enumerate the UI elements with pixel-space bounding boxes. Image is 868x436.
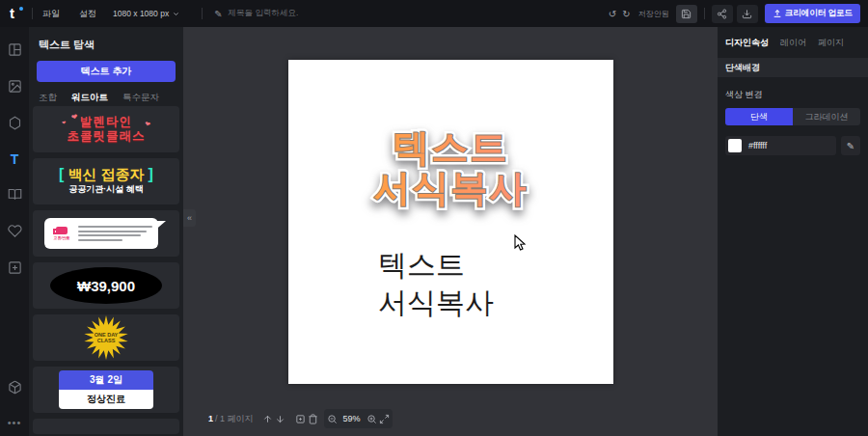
- download-icon: [742, 9, 752, 19]
- top-bar: t 파일 설정 1080 x 1080 px ✎ 제목을 입력하세요. ↺ ↻ …: [0, 0, 868, 27]
- download-button[interactable]: [737, 5, 758, 23]
- divider: [704, 8, 705, 19]
- book-icon[interactable]: [8, 187, 22, 202]
- heart-decoration: ❤: [62, 120, 67, 126]
- gift-box-icon[interactable]: [8, 380, 22, 395]
- tab-pages[interactable]: 페이지: [818, 37, 844, 49]
- speech-bubble: 교환/반품: [44, 218, 158, 249]
- eyedropper-button[interactable]: ✎: [841, 136, 860, 155]
- text-tool-icon[interactable]: T: [11, 152, 19, 167]
- color-swatch[interactable]: [728, 139, 742, 152]
- gradient-toggle[interactable]: 그라데이션: [793, 108, 860, 125]
- divider: [202, 8, 203, 19]
- panel-title: 텍스트 탐색: [29, 27, 183, 52]
- color-hex-input[interactable]: #ffffff: [725, 136, 836, 155]
- zoom-level[interactable]: 59%: [339, 414, 366, 423]
- tab-design-properties[interactable]: 디자인속성: [725, 37, 769, 49]
- page-up-button[interactable]: [261, 414, 274, 424]
- wordart-item-oneday[interactable]: ONE DAYCLASS: [33, 314, 179, 361]
- wordart-item-partial[interactable]: [33, 419, 179, 434]
- solid-toggle[interactable]: 단색: [725, 108, 793, 125]
- zoom-controls: 59%: [324, 409, 393, 428]
- ribbon-icon: [56, 227, 68, 234]
- color-change-label: 색상 변경: [718, 77, 868, 108]
- undo-icon[interactable]: ↺: [606, 9, 619, 19]
- tab-layers[interactable]: 레이어: [780, 37, 806, 49]
- title-placeholder[interactable]: 제목을 입력하세요.: [229, 8, 299, 19]
- menu-file[interactable]: 파일: [33, 8, 69, 20]
- zoom-out-button[interactable]: [326, 414, 339, 424]
- menu-settings[interactable]: 설정: [69, 8, 106, 20]
- upload-icon: [773, 9, 782, 18]
- share-icon: [717, 9, 727, 19]
- template-icon[interactable]: [8, 42, 22, 57]
- page-total: / 1 페이지: [215, 413, 254, 425]
- logo-dot: [19, 7, 23, 11]
- share-button[interactable]: [712, 5, 733, 23]
- add-text-button[interactable]: 텍스트 추가: [37, 61, 176, 82]
- page-current: 1: [208, 414, 213, 423]
- upload-file-icon[interactable]: [8, 260, 22, 275]
- zoom-out-icon: [327, 414, 338, 424]
- save-button[interactable]: [676, 5, 697, 23]
- design-canvas[interactable]: 텍스트텍스트텍스트 서식복사서식복사서식복사 텍스트 서식복사: [288, 60, 613, 384]
- page-down-button[interactable]: [274, 414, 286, 424]
- text-panel: 텍스트 탐색 텍스트 추가 조합 워드아트 특수문자 발렌타인초콜릿클래스 ❤ …: [29, 27, 183, 436]
- plain-text[interactable]: 텍스트 서식복사: [378, 246, 494, 321]
- more-menu-icon[interactable]: •••: [8, 417, 22, 428]
- fill-type-toggle: 단색 그라데이션: [725, 108, 860, 125]
- arrow-down-icon: [275, 414, 285, 424]
- mouse-cursor: [514, 234, 528, 252]
- edit-title-icon[interactable]: ✎: [214, 9, 222, 19]
- canvas-toolbar: 1 / 1 페이지 59%: [208, 409, 393, 428]
- section-solid-background: 단색배경: [718, 58, 868, 77]
- wordart-item-vaccine[interactable]: [백신 접종자] 공공기관·시설 혜택: [33, 158, 179, 204]
- zoom-in-button[interactable]: [366, 414, 378, 424]
- elements-icon[interactable]: [8, 116, 22, 130]
- wordart-item-schedule[interactable]: 3월 2일 정상진료: [33, 367, 179, 413]
- canvas-area: 텍스트텍스트텍스트 서식복사서식복사서식복사 텍스트 서식복사 1 / 1 페이…: [183, 27, 719, 436]
- photo-icon[interactable]: [8, 79, 22, 94]
- arrow-up-icon: [262, 414, 273, 424]
- delete-page-button[interactable]: [307, 414, 319, 424]
- redo-icon[interactable]: ↻: [619, 9, 633, 19]
- wordart-item-notice[interactable]: 교환/반품: [33, 210, 179, 257]
- add-page-button[interactable]: [294, 414, 307, 424]
- heart-icon[interactable]: [8, 224, 22, 238]
- add-page-icon: [295, 414, 306, 424]
- wordart-item-valentine[interactable]: 발렌타인초콜릿클래스 ❤ ❤ ❤: [33, 106, 179, 152]
- save-status: 저장안됨: [638, 9, 669, 19]
- chevron-down-icon: [173, 11, 179, 17]
- fit-screen-button[interactable]: [378, 414, 391, 424]
- wordart-text[interactable]: 텍스트텍스트텍스트 서식복사서식복사서식복사: [288, 127, 613, 208]
- wordart-item-price[interactable]: ₩39,900: [33, 262, 179, 309]
- app-logo[interactable]: t: [10, 4, 28, 23]
- trash-icon: [308, 414, 318, 424]
- zoom-in-icon: [366, 414, 377, 424]
- properties-panel: 디자인속성 레이어 페이지 단색배경 색상 변경 단색 그라데이션 #fffff…: [718, 27, 868, 436]
- creator-upload-button[interactable]: 크리에이터 업로드: [765, 4, 860, 23]
- heart-decoration: ❤: [70, 112, 79, 122]
- fullscreen-icon: [379, 414, 390, 424]
- heart-decoration: ❤: [144, 120, 151, 128]
- canvas-size-select[interactable]: 1080 x 1080 px: [106, 9, 186, 18]
- left-icon-rail: T •••: [0, 27, 29, 436]
- collapse-panel-button[interactable]: «: [183, 209, 196, 227]
- save-icon: [681, 9, 692, 19]
